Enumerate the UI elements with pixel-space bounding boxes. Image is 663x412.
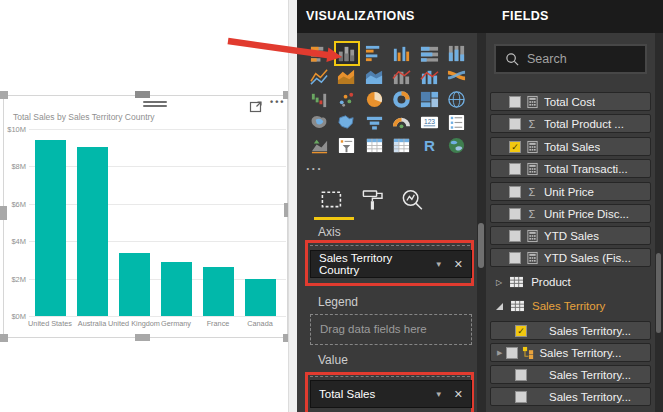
clustered-bar-chart-icon[interactable] xyxy=(363,43,385,64)
100-stacked-bar-chart-icon[interactable] xyxy=(418,43,440,64)
collapse-table-icon[interactable] xyxy=(496,303,503,310)
100-stacked-column-chart-icon[interactable] xyxy=(446,43,468,64)
field-checkbox[interactable] xyxy=(506,347,518,359)
field-item-total-product-[interactable]: ΣTotal Product ... xyxy=(490,114,651,133)
field-item-sales-territory-[interactable]: Sales Territory... xyxy=(490,387,651,406)
chart-bar-united-kingdom[interactable] xyxy=(119,253,150,316)
field-item-ytd-sales-fis-[interactable]: YTD Sales (Fis... xyxy=(490,248,651,267)
field-dropdown-icon[interactable]: ▼ xyxy=(435,390,443,399)
field-checkbox[interactable] xyxy=(509,96,521,108)
more-visuals-button[interactable]: ... xyxy=(306,158,323,173)
field-item-unit-price[interactable]: ΣUnit Price xyxy=(490,182,651,201)
field-item-sales-territory-[interactable]: ▶Sales Territory... xyxy=(490,343,651,362)
clustered-column-chart-icon[interactable] xyxy=(391,43,413,64)
visual-header: ••• xyxy=(4,96,287,114)
field-checkbox[interactable]: ✓ xyxy=(515,325,527,337)
visualizations-scrollbar[interactable] xyxy=(477,33,486,412)
arcgis-map-icon[interactable] xyxy=(446,135,468,156)
resize-handle[interactable] xyxy=(0,206,7,220)
chart-bar-australia[interactable] xyxy=(77,147,108,316)
treemap-icon[interactable] xyxy=(418,89,440,110)
table-item-sales-territory[interactable]: Sales Territory xyxy=(490,297,651,315)
visual-more-options-icon[interactable]: ••• xyxy=(270,97,290,111)
expand-table-icon[interactable]: ▷ xyxy=(496,278,502,287)
area-chart-icon[interactable] xyxy=(336,66,358,87)
svg-text:R: R xyxy=(424,137,435,154)
chart-bar-germany[interactable] xyxy=(161,262,192,316)
remove-field-icon[interactable]: ✕ xyxy=(454,388,463,401)
table-icon[interactable] xyxy=(363,135,385,156)
drop-indicator xyxy=(310,376,470,377)
field-checkbox[interactable]: ✓ xyxy=(509,141,521,153)
expand-hierarchy-icon[interactable]: ▶ xyxy=(497,349,502,357)
field-label: Unit Price xyxy=(544,186,594,198)
field-item-total-cost[interactable]: Total Cost xyxy=(490,92,651,111)
field-checkbox[interactable] xyxy=(509,186,521,198)
stacked-bar-chart-icon[interactable] xyxy=(308,43,330,64)
powerbi-report-view: { "colors": { "accent_yellow": "#f2c811"… xyxy=(0,0,663,412)
line-chart-icon[interactable] xyxy=(308,66,330,87)
field-item-sales-territory-[interactable]: ✓Sales Territory... xyxy=(490,321,651,340)
multi-row-card-icon[interactable] xyxy=(446,112,468,133)
donut-chart-icon[interactable] xyxy=(391,89,413,110)
scrollbar-thumb[interactable] xyxy=(478,223,484,268)
resize-handle[interactable] xyxy=(135,334,150,341)
legend-drop-target[interactable]: Drag data fields here xyxy=(310,314,472,345)
resize-handle[interactable] xyxy=(0,91,8,99)
fields-scrollbar[interactable] xyxy=(655,33,663,412)
remove-field-icon[interactable]: ✕ xyxy=(454,258,463,271)
ribbon-chart-icon[interactable] xyxy=(446,66,468,87)
scrollbar-thumb[interactable] xyxy=(656,253,661,333)
axis-field-pill[interactable]: Sales Territory Country ▼ ✕ xyxy=(310,250,472,278)
field-checkbox[interactable] xyxy=(509,252,521,264)
filled-map-icon[interactable] xyxy=(308,112,330,133)
focus-mode-icon[interactable] xyxy=(249,99,263,113)
field-checkbox[interactable] xyxy=(515,391,527,403)
drop-indicator xyxy=(310,245,470,246)
gridline xyxy=(29,241,286,242)
field-item-sales-territory-[interactable]: Sales Territory... xyxy=(490,365,651,384)
kpi-icon[interactable] xyxy=(308,135,330,156)
stacked-area-chart-icon[interactable] xyxy=(363,66,385,87)
field-label: Total Cost xyxy=(544,96,595,108)
field-item-unit-price-disc-[interactable]: ΣUnit Price Disc... xyxy=(490,204,651,223)
field-item-ytd-sales[interactable]: YTD Sales xyxy=(490,226,651,245)
matrix-icon[interactable] xyxy=(391,135,413,156)
value-field-pill[interactable]: Total Sales ▼ ✕ xyxy=(310,380,472,408)
waterfall-chart-icon[interactable] xyxy=(308,89,330,110)
field-item-total-transacti-[interactable]: Total Transacti... xyxy=(490,159,651,178)
drag-handle-icon[interactable] xyxy=(143,101,167,109)
field-checkbox[interactable] xyxy=(515,369,527,381)
chart-bar-canada[interactable] xyxy=(245,279,276,316)
pie-chart-icon[interactable] xyxy=(363,89,385,110)
chart-visual[interactable]: $0M$2M$4M$6M$8M$10MUnited StatesAustrali… xyxy=(3,95,288,338)
map-icon[interactable] xyxy=(446,89,468,110)
tab-analytics[interactable] xyxy=(400,188,425,217)
scatter-chart-icon[interactable] xyxy=(336,89,358,110)
calculator-icon xyxy=(526,251,539,265)
line-and-clustered-column-chart-icon[interactable] xyxy=(418,66,440,87)
line-and-stacked-column-chart-icon[interactable] xyxy=(391,66,413,87)
field-checkbox[interactable] xyxy=(509,230,521,242)
field-item-total-sales[interactable]: ✓Total Sales xyxy=(490,137,651,156)
shape-map-icon[interactable] xyxy=(336,112,358,133)
funnel-icon[interactable] xyxy=(363,112,385,133)
resize-handle[interactable] xyxy=(0,334,8,342)
card-icon[interactable]: 123 xyxy=(418,112,440,133)
slicer-icon[interactable] xyxy=(336,135,358,156)
canvas-scrollbar[interactable] xyxy=(288,0,297,412)
chart-bar-united-states[interactable] xyxy=(35,140,66,316)
field-dropdown-icon[interactable]: ▼ xyxy=(435,260,443,269)
field-label: YTD Sales xyxy=(544,230,599,242)
field-checkbox[interactable] xyxy=(509,208,521,220)
gauge-icon[interactable] xyxy=(391,112,413,133)
tab-fields[interactable] xyxy=(320,188,344,216)
stacked-column-chart-icon[interactable] xyxy=(336,43,358,64)
field-checkbox[interactable] xyxy=(509,163,521,175)
table-item-product[interactable]: ▷Product xyxy=(490,273,651,291)
chart-bar-france[interactable] xyxy=(203,267,234,316)
r-script-visual-icon[interactable]: R xyxy=(418,135,440,156)
resize-handle[interactable] xyxy=(135,91,150,98)
tab-format[interactable] xyxy=(361,188,385,216)
field-checkbox[interactable] xyxy=(509,118,521,130)
